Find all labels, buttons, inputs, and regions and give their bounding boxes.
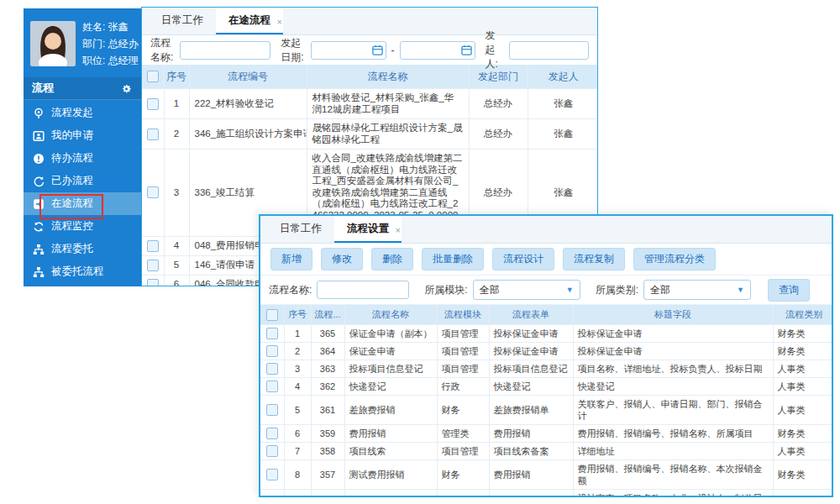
sidebar-item-process-initiate[interactable]: 流程发起 (24, 102, 141, 124)
select-all-checkbox[interactable] (266, 309, 278, 321)
gear-icon[interactable] (120, 82, 133, 95)
row-checkbox[interactable] (147, 129, 159, 140)
table-row[interactable]: 2346_施工组织设计方案申请晟铭园林绿化工程组织设计方案_晟铭园林绿化工程总经… (142, 119, 598, 150)
table-cell: 363 (311, 360, 344, 378)
category-label: 所属类别: (596, 283, 638, 297)
row-checkbox[interactable] (266, 428, 278, 439)
sidebar-item-process-monitor[interactable]: 流程监控 (24, 215, 141, 238)
column-header: 流程类别 (773, 305, 833, 325)
redo-icon (32, 175, 45, 187)
row-checkbox[interactable] (266, 345, 278, 357)
table-cell: 364 (311, 343, 344, 360)
manage-category-button[interactable]: 管理流程分类 (633, 248, 716, 270)
table-row[interactable]: 7358项目线索项目管理项目线索备案详细地址人事类 (260, 443, 833, 460)
table-cell: 365 (311, 325, 344, 343)
table-cell: 快递登记 (489, 378, 573, 396)
row-checkbox[interactable] (147, 98, 159, 110)
process-copy-button[interactable]: 流程复制 (563, 248, 625, 270)
add-button[interactable]: 新增 (270, 248, 312, 270)
checkbox-cell (142, 150, 164, 237)
table-row[interactable]: 8357测试费用报销财务费用报销费用报销、报销编号、报销名称、本次报销金额财务类 (260, 460, 833, 490)
table-cell: 费用报销 (344, 425, 437, 443)
table-row[interactable]: 9356设计审查项目管理设计审查设计审查、项目名称、专业、设计人、制单日期人事类 (260, 490, 833, 498)
table-row[interactable]: 2364保证金申请项目管理投标保证金申请投标保证金申请财务类 (260, 343, 833, 360)
transit-icon (32, 197, 45, 210)
row-checkbox[interactable] (147, 240, 159, 252)
table-row[interactable]: 1222_材料验收登记材料验收登记_材料采购_张鑫_华润12城房建工程项目总经办… (142, 89, 598, 119)
transit-tabbar: 日常工作在途流程× (142, 8, 597, 35)
table-row[interactable]: 1365保证金申请（副本）项目管理投标保证金申请投标保证金申请财务类 (260, 325, 833, 343)
process-name-input[interactable] (180, 41, 270, 60)
sidebar-item-label: 流程监控 (51, 219, 93, 234)
sidebar-item-in-transit-processes[interactable]: 在途流程 (24, 192, 141, 215)
table-row[interactable]: 6359费用报销管理类费用报销费用报销、报销编号、报销名称、所属项目财务类 (260, 425, 833, 443)
table-cell: 项目管理 (437, 325, 489, 343)
table-cell: 投标项目信息登记 (344, 360, 437, 378)
sidebar-item-label: 待办流程 (51, 151, 93, 165)
transit-filters: 流程名称: 发起日期: - 发起人: (142, 35, 597, 65)
sidebar-item-todo-processes[interactable]: 待办流程 (24, 147, 141, 170)
checkbox-cell (142, 255, 164, 275)
sidebar-item-done-processes[interactable]: 已办流程 (24, 170, 141, 192)
calendar-icon[interactable] (372, 45, 383, 58)
row-checkbox[interactable] (266, 328, 278, 339)
table-cell: 8 (284, 460, 311, 490)
table-header-row: 序号流程编号流程名称发起部门发起人 (142, 65, 598, 89)
column-header: 发起人 (528, 65, 598, 89)
row-checkbox[interactable] (266, 469, 278, 480)
sidebar-item-delegated-processes[interactable]: 被委托流程 (24, 260, 141, 283)
sidebar-item-my-applications[interactable]: 我的申请 (24, 124, 141, 147)
table-row[interactable]: 3363投标项目信息登记项目管理投标项目信息登记项目名称、详细地址、投标负责人、… (260, 360, 833, 378)
transit-tab-active[interactable]: 在途流程× (216, 8, 283, 34)
table-cell: 费用报销 (489, 460, 573, 490)
table-cell: 人事类 (773, 360, 833, 378)
checkbox-cell (260, 343, 284, 360)
table-cell: 财务类 (773, 343, 833, 360)
table-row[interactable]: 4362快递登记行政快递登记快递登记人事类 (260, 378, 833, 396)
table-row[interactable]: 5361差旅费报销财务差旅费报销单关联客户、报销人、申请日期、部门、报销合计人事… (260, 396, 833, 425)
tab-label: 在途流程 (228, 14, 270, 26)
sidebar-item-process-delegation[interactable]: 流程委托 (24, 238, 141, 260)
category-select[interactable]: 全部 ▼ (643, 280, 751, 300)
settings-toolbar: 新增修改删除批量删除流程设计流程复制管理流程分类 (260, 244, 832, 276)
module-select[interactable]: 全部 ▼ (473, 280, 580, 300)
settings-process-name-input[interactable] (317, 281, 409, 299)
row-checkbox[interactable] (147, 186, 159, 198)
table-cell: 3 (164, 150, 189, 237)
module-select-value: 全部 (480, 283, 500, 297)
query-button[interactable]: 查询 (768, 279, 810, 302)
table-cell: 361 (311, 396, 344, 425)
row-checkbox[interactable] (266, 445, 278, 457)
table-cell: 关联客户、报销人、申请日期、部门、报销合计 (573, 396, 773, 425)
sidebar-item-label: 我的申请 (51, 129, 93, 143)
table-cell: 费用报销 (489, 425, 573, 443)
select-all-checkbox[interactable] (147, 71, 159, 82)
settings-tab-inactive[interactable]: 日常工作 (267, 216, 334, 243)
edit-button[interactable]: 修改 (321, 248, 363, 270)
calendar-icon[interactable] (461, 45, 472, 58)
row-checkbox[interactable] (147, 260, 159, 271)
table-cell: 测试费用报销 (344, 460, 437, 490)
process-design-button[interactable]: 流程设计 (492, 248, 554, 270)
start-date-label: 发起日期: (281, 36, 305, 65)
checkbox-cell (260, 378, 284, 396)
table-cell: 人事类 (773, 378, 833, 396)
table-cell: 人事类 (773, 490, 833, 498)
row-checkbox[interactable] (147, 279, 159, 287)
row-checkbox[interactable] (266, 363, 278, 375)
row-checkbox[interactable] (266, 404, 278, 416)
table-cell: 投标项目信息登记 (489, 360, 573, 378)
delete-button[interactable]: 删除 (371, 248, 413, 270)
transit-tab-inactive[interactable]: 日常工作 (149, 8, 216, 34)
tab-close-icon[interactable]: × (277, 9, 282, 34)
table-cell: 总经办 (469, 119, 528, 150)
initiator-input[interactable] (509, 41, 589, 60)
row-checkbox[interactable] (266, 381, 278, 392)
table-cell: 材料验收登记_材料采购_张鑫_华润12城房建工程项目 (307, 89, 469, 119)
checkbox-cell (142, 236, 164, 255)
batch-delete-button[interactable]: 批量删除 (422, 248, 484, 270)
tab-close-icon[interactable]: × (396, 218, 401, 243)
table-cell: 财务类 (773, 325, 833, 343)
settings-tab-active[interactable]: 流程设置× (334, 216, 402, 243)
column-header: 流程编号 (189, 65, 307, 89)
